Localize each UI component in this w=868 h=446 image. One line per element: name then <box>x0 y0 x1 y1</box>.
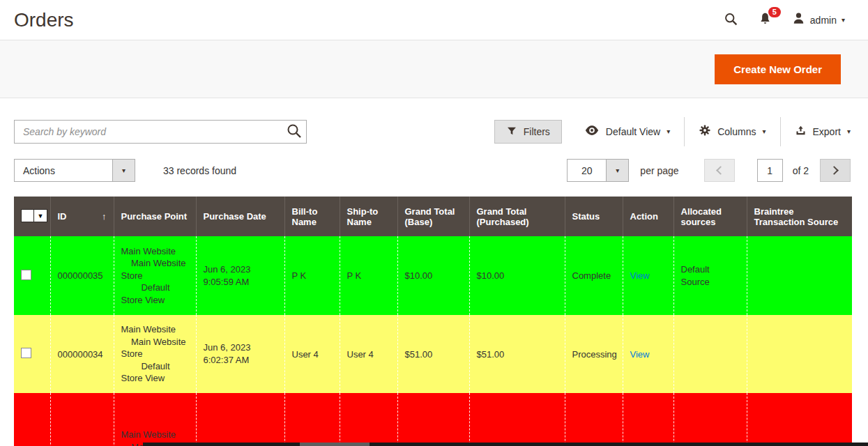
grand-total-purchased-cell: $92.00 <box>469 393 565 446</box>
column-header-purchase-point[interactable]: Purchase Point <box>114 197 196 236</box>
orders-table: ▼ ID↑ Purchase Point Purchase Date Bill-… <box>14 197 852 446</box>
checkbox-box <box>22 210 33 222</box>
allocated-sources-cell <box>673 315 747 393</box>
total-pages-label: of 2 <box>793 165 809 176</box>
bill-to-cell: User 3 <box>284 393 340 446</box>
columns-selector[interactable]: Columns ▾ <box>685 124 779 139</box>
row-select-cell <box>14 315 50 393</box>
grand-total-purchased-cell: $51.00 <box>469 315 565 393</box>
status-cell: Processing <box>565 315 623 393</box>
ship-to-cell: User 3 <box>340 393 397 446</box>
create-new-order-button[interactable]: Create New Order <box>715 54 841 84</box>
bill-to-cell: User 4 <box>284 315 340 393</box>
table-row: 000000035 Main Website Main Website Stor… <box>14 236 852 315</box>
column-header-id[interactable]: ID↑ <box>50 197 114 236</box>
global-search-button[interactable] <box>724 12 738 29</box>
mass-actions: Actions ▾ 33 records found <box>14 159 236 182</box>
filters-button[interactable]: Filters <box>494 120 562 144</box>
column-header-ship-to[interactable]: Ship-to Name <box>340 197 397 236</box>
previous-page-button[interactable] <box>704 159 735 182</box>
select-all-header: ▼ <box>14 197 50 236</box>
table-row: 000000034 Main Website Main Website Stor… <box>14 315 852 393</box>
purchase-point-cell: Main Website Main Website Store Default … <box>114 393 196 446</box>
admin-menu[interactable]: admin ▾ <box>792 12 845 28</box>
export-label: Export <box>813 126 841 137</box>
grand-total-purchased-cell: $10.00 <box>469 236 565 315</box>
sort-ascending-icon: ↑ <box>102 211 107 222</box>
admin-username: admin <box>810 15 837 26</box>
export-icon <box>795 125 807 139</box>
chevron-down-icon: ▾ <box>606 160 628 181</box>
braintree-source-cell <box>747 236 852 315</box>
chevron-left-icon <box>716 166 725 175</box>
per-page-label: per page <box>640 165 678 176</box>
select-all-checkbox[interactable]: ▼ <box>21 209 47 222</box>
bill-to-cell: P K <box>284 236 340 315</box>
header-controls: 5 admin ▾ <box>724 12 845 29</box>
column-header-bill-to[interactable]: Bill-to Name <box>284 197 340 236</box>
page-title: Orders <box>14 9 74 31</box>
actions-select-value: Actions <box>15 160 112 181</box>
filter-funnel-icon <box>506 125 517 139</box>
search-input[interactable] <box>14 120 307 144</box>
view-selector[interactable]: Default View ▾ <box>570 123 684 141</box>
ship-to-cell: P K <box>340 236 397 315</box>
table-row: 000000033 Main Website Main Website Stor… <box>14 393 852 446</box>
chevron-down-icon: ▾ <box>667 128 670 135</box>
row-select-cell <box>14 393 50 446</box>
per-page-select[interactable]: 20 ▾ <box>567 159 629 182</box>
grand-total-base-cell: $10.00 <box>397 236 469 315</box>
orders-page: Orders 5 admin ▾ Create <box>0 0 868 446</box>
column-header-action[interactable]: Action <box>623 197 673 236</box>
chevron-down-icon: ▾ <box>112 160 135 181</box>
search-submit-button[interactable] <box>286 123 303 141</box>
scrollbar-thumb[interactable] <box>300 443 370 446</box>
purchase-point-cell: Main Website Main Website Store Default … <box>114 315 196 393</box>
order-id-cell: 000000033 <box>50 393 114 446</box>
chevron-right-icon <box>830 166 839 175</box>
pagination: 20 ▾ per page of 2 <box>567 159 851 182</box>
column-header-braintree-source[interactable]: Braintree Transaction Source <box>747 197 852 236</box>
column-header-allocated-sources[interactable]: Allocated sources <box>673 197 747 236</box>
allocated-sources-cell <box>673 393 747 446</box>
status-cell: Pending <box>565 393 623 446</box>
search-icon <box>286 131 303 141</box>
table-header-row: ▼ ID↑ Purchase Point Purchase Date Bill-… <box>14 197 852 236</box>
column-header-status[interactable]: Status <box>565 197 623 236</box>
export-control[interactable]: Export ▾ <box>781 125 851 139</box>
grid-view-toolbar: Filters Default View ▾ Columns ▾ <box>494 120 851 144</box>
column-header-grand-total-purchased[interactable]: Grand Total (Purchased) <box>469 197 565 236</box>
current-page-input[interactable] <box>757 159 783 182</box>
chevron-down-icon: ▾ <box>847 128 851 135</box>
next-page-button[interactable] <box>820 159 851 182</box>
ship-to-cell: User 4 <box>340 315 397 393</box>
view-label: Default View <box>606 126 660 137</box>
chevron-down-icon: ▾ <box>842 17 845 24</box>
filters-label: Filters <box>524 126 550 137</box>
column-header-purchase-date[interactable]: Purchase Date <box>196 197 284 236</box>
actions-select[interactable]: Actions ▾ <box>14 159 135 182</box>
action-cell: View <box>623 236 673 315</box>
keyword-search <box>14 120 307 144</box>
grid-toolbar-row: Filters Default View ▾ Columns ▾ <box>14 120 851 144</box>
chevron-down-icon: ▾ <box>762 128 766 135</box>
braintree-source-cell <box>747 315 852 393</box>
notification-count-badge: 5 <box>768 7 781 17</box>
horizontal-scrollbar[interactable] <box>143 443 868 446</box>
grand-total-base-cell: $51.00 <box>397 315 469 393</box>
grand-total-base-cell: $92.00 <box>397 393 469 446</box>
purchase-date-cell: Jun 6, 2023 5:55:08 AM <box>196 393 284 446</box>
allocated-sources-cell: Default Source <box>673 236 747 315</box>
row-checkbox[interactable] <box>21 270 31 280</box>
view-order-link[interactable]: View <box>630 270 650 281</box>
purchase-point-cell: Main Website Main Website Store Default … <box>114 236 196 315</box>
action-cell: View <box>623 315 673 393</box>
column-header-grand-total-base[interactable]: Grand Total (Base) <box>397 197 469 236</box>
view-order-link[interactable]: View <box>630 349 650 360</box>
chevron-down-icon: ▼ <box>33 210 47 222</box>
row-checkbox[interactable] <box>21 348 31 358</box>
status-cell: Complete <box>565 236 623 315</box>
per-page-value: 20 <box>568 160 606 181</box>
page-actions-band: Create New Order <box>0 40 868 98</box>
notifications-button[interactable]: 5 <box>758 12 772 29</box>
